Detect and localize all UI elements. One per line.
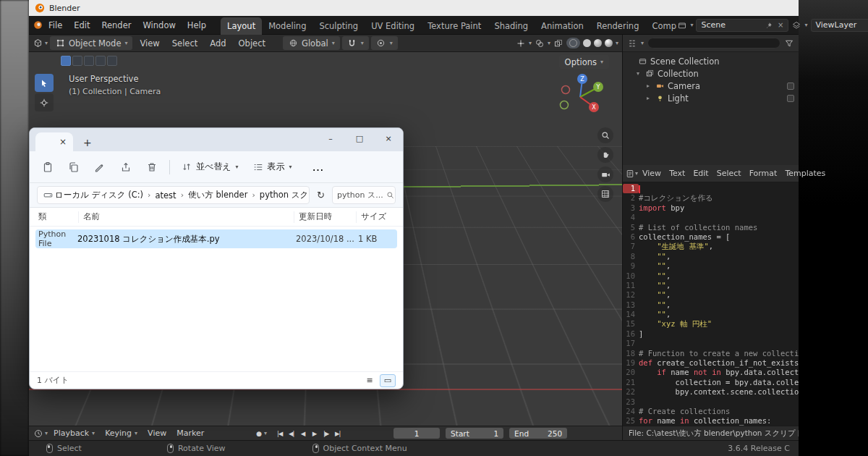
te-menu-view[interactable]: View [639, 169, 665, 178]
code-line[interactable]: 7 "生誕地 基準", [623, 242, 799, 251]
search-input[interactable]: python ス... [332, 186, 396, 204]
breadcrumb-blender[interactable]: 使い方 blender [188, 190, 247, 200]
outliner-row-light[interactable]: ▸ Light [623, 92, 799, 104]
vp-menu-object[interactable]: Object [234, 38, 271, 48]
code-line[interactable]: 14 "", [623, 310, 799, 319]
outliner-row-camera[interactable]: ▸ Camera [623, 80, 799, 92]
code-line[interactable]: 1 [623, 184, 799, 193]
light-expand-icon[interactable]: ▸ [644, 95, 652, 101]
menu-window[interactable]: Window [137, 16, 181, 35]
column-size[interactable]: サイズ [357, 211, 394, 223]
view-dropdown[interactable]: 表示 ▾ [247, 156, 299, 178]
scene-browse-caret-icon[interactable]: ▾ [690, 22, 693, 28]
select-tweak-icon[interactable] [61, 56, 71, 66]
viewlayer-browse-icon[interactable] [791, 20, 801, 30]
code-line[interactable]: 10 "", [623, 271, 799, 281]
ortho-grid-icon[interactable] [597, 186, 613, 202]
shading-solid-icon[interactable] [583, 39, 591, 47]
breadcrumb-python-script[interactable]: python スクリプト [260, 190, 310, 200]
tl-menu-keying[interactable]: Keying▾ [101, 428, 142, 438]
maximize-button[interactable]: □ [345, 128, 374, 148]
rename-button[interactable] [88, 156, 112, 178]
menu-edit[interactable]: Edit [68, 16, 95, 35]
camera-view-icon[interactable] [597, 166, 613, 182]
column-name[interactable]: 名前 [79, 211, 294, 223]
light-visibility-checkbox[interactable] [787, 95, 794, 102]
explorer-tab-bar[interactable]: × + – □ × [30, 128, 403, 151]
scene-browse-icon[interactable] [677, 20, 687, 30]
new-tab-button[interactable]: + [79, 137, 96, 151]
viewlayer-browse-caret-icon[interactable]: ▾ [804, 22, 807, 28]
minimize-button[interactable]: – [316, 128, 345, 148]
vp-menu-view[interactable]: View [135, 38, 164, 48]
shading-rendered-icon[interactable] [605, 39, 613, 47]
tool-cursor-button[interactable] [35, 93, 54, 111]
outliner-editor-icon[interactable] [627, 38, 637, 48]
refresh-icon[interactable]: ↻ [315, 190, 326, 200]
code-line[interactable]: 2#コレクションを作る [623, 193, 799, 203]
jump-start-button[interactable]: |◀ [274, 430, 285, 437]
select-lasso-icon[interactable] [95, 56, 106, 66]
code-line[interactable]: 13 "", [623, 300, 799, 310]
code-line[interactable]: 15 "xyz 軸 円柱" [623, 319, 799, 329]
workspace-tab-sculpting[interactable]: Sculpting [312, 17, 365, 35]
copy-button[interactable] [61, 156, 86, 178]
play-button[interactable]: ▶ [309, 430, 320, 437]
outliner-row-collection[interactable]: ▾ Collection [623, 67, 799, 80]
tl-menu-marker[interactable]: Marker [172, 428, 208, 438]
overlays-icon[interactable] [535, 38, 545, 48]
delete-button[interactable] [140, 156, 164, 178]
more-options-button[interactable]: … [306, 156, 331, 178]
select-mode-extra-icon[interactable] [107, 56, 117, 66]
tl-menu-view[interactable]: View [143, 428, 171, 438]
navigation-gizmo[interactable]: Z Y X [558, 72, 605, 120]
tool-select-button[interactable] [35, 74, 54, 92]
scene-unlink-icon[interactable]: × [778, 21, 783, 29]
code-line[interactable]: 18# Function to create a new collection [623, 349, 799, 358]
code-line[interactable]: 9 "", [623, 261, 799, 271]
workspace-tab-texture-paint[interactable]: Texture Paint [421, 17, 488, 35]
paste-button[interactable] [35, 156, 60, 178]
code-line[interactable]: 12 "", [623, 290, 799, 300]
camera-expand-icon[interactable]: ▸ [644, 83, 652, 89]
shading-wireframe-icon[interactable] [569, 39, 577, 47]
details-view-icon[interactable]: ≡ [362, 374, 378, 387]
te-menu-format[interactable]: Format [746, 169, 781, 178]
workspace-tab-shading[interactable]: Shading [488, 17, 535, 35]
blender-menu-icon[interactable] [33, 20, 43, 30]
share-button[interactable] [114, 156, 138, 178]
transform-orientation[interactable]: Global ▾ [283, 36, 340, 50]
viewlayer-selector[interactable]: ViewLayer [811, 19, 868, 32]
code-line[interactable]: 3import bpy [623, 203, 799, 213]
editor-type-icon[interactable] [33, 38, 43, 48]
select-circle-icon[interactable] [84, 56, 94, 66]
gizmo-caret-icon[interactable]: ▾ [529, 40, 532, 46]
code-line[interactable]: 11 "", [623, 281, 799, 290]
zoom-icon[interactable] [597, 127, 613, 143]
text-editor-type-icon[interactable] [626, 169, 634, 179]
vp-menu-add[interactable]: Add [205, 38, 231, 48]
workspace-tab-rendering[interactable]: Rendering [590, 17, 646, 35]
close-button[interactable]: × [374, 128, 403, 148]
code-line[interactable]: 4 [623, 213, 799, 222]
file-row[interactable]: Python File 20231018 コレクション作成基本.py 2023/… [35, 229, 397, 248]
menu-render[interactable]: Render [96, 16, 137, 35]
timeline-editor-icon[interactable] [33, 428, 43, 439]
te-menu-templates[interactable]: Templates [781, 169, 829, 178]
code-line[interactable]: 16] [623, 329, 799, 339]
jump-end-button[interactable]: ▶| [332, 430, 343, 437]
vp-menu-select[interactable]: Select [167, 38, 203, 48]
select-box-icon[interactable] [72, 56, 82, 66]
te-menu-text[interactable]: Text [665, 169, 689, 178]
proportional-edit-toggle[interactable]: ▾ [371, 36, 398, 50]
code-line[interactable]: 22 bpy.context.scene.collection. [623, 387, 799, 397]
outliner-search-input[interactable] [647, 38, 780, 48]
current-frame-field[interactable]: 1 [393, 428, 440, 439]
show-gizmo-icon[interactable] [516, 38, 526, 48]
code-line[interactable]: 25for name in collection_names: [623, 416, 799, 426]
menu-file[interactable]: File [43, 16, 68, 35]
column-type[interactable]: 類 [38, 211, 79, 223]
code-line[interactable]: 19def create_collection_if_not_exists(n [623, 358, 799, 368]
workspace-tab-compositing[interactable]: Comp [645, 17, 677, 35]
mode-selector[interactable]: Object Mode ▾ [50, 36, 132, 50]
